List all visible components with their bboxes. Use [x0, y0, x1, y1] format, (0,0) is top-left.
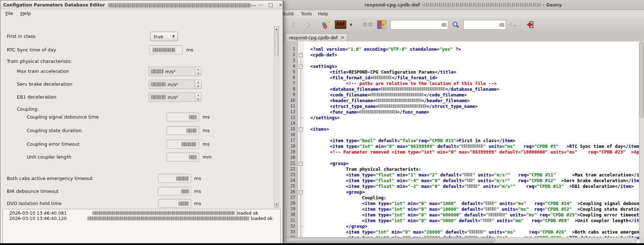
code-line-31[interactable]: <item type="int" min="0" max="5000" defa… [304, 218, 639, 224]
label-coupling-error-timeout: Coupling error timeout [27, 141, 80, 147]
code-line-8[interactable]: <database_filename></database_filename> [304, 86, 639, 92]
menu-help[interactable]: Help [316, 10, 331, 18]
entry-rtc-sync-time-of-day[interactable] [149, 45, 183, 54]
quit-icon[interactable] [525, 19, 537, 30]
color-chooser-icon[interactable] [376, 19, 387, 30]
search-input[interactable] [390, 20, 448, 30]
code-line-33[interactable]: <item type="int" min="0" max="20000" def… [304, 229, 639, 235]
code-line-28[interactable]: <item type="int" min="0" max="1000" defa… [304, 201, 639, 206]
toolbar-separator [318, 20, 319, 30]
code-line-14[interactable] [304, 121, 639, 126]
editor-vertical-scrollbar[interactable] [639, 41, 644, 237]
code-line-7[interactable]: <!-- paths are relative to the location … [304, 81, 639, 86]
code-line-16[interactable] [304, 132, 639, 138]
entry-coupling-error-timeout[interactable] [167, 140, 199, 149]
goto-line-input[interactable] [463, 20, 506, 30]
redacted-value [189, 115, 197, 119]
code-line-27[interactable]: Coupling: [304, 195, 639, 201]
fold-collapse-icon[interactable]: − [299, 128, 303, 131]
log-panel[interactable]: 2026-03-10 13:46:40.081loaded ok2026-03-… [3, 209, 281, 243]
spinbox-serv-brake-deceleration[interactable]: m/s²▲▼ [149, 80, 202, 89]
scroll-down-icon[interactable]: ▼ [274, 202, 279, 207]
geany-titlebar[interactable]: respond-cpg.cpdb-def - - Geany [282, 0, 644, 10]
code-line-12[interactable]: <func_name></func_name> [304, 109, 639, 115]
cpdb-titlebar[interactable]: Configation Parameters Database Editor .… [0, 0, 283, 10]
close-icon[interactable]: ✕ [277, 2, 283, 8]
back-icon[interactable]: ❮·· [289, 19, 300, 30]
code-line-26[interactable]: <group> [304, 189, 639, 195]
code-area[interactable]: <?xml version="1.0" encoding="UTF-8" sta… [304, 41, 639, 245]
jump-to-icon[interactable]: ⁖⌄ [507, 19, 518, 30]
entry-coupling-signal-debounce-time[interactable] [167, 112, 199, 121]
compile-icon[interactable] [320, 19, 332, 30]
editor-horizontal-scrollbar[interactable] [283, 237, 638, 243]
menu-tools[interactable]: Tools [299, 10, 314, 18]
hscroll-thumb[interactable] [284, 238, 495, 242]
maximize-icon[interactable] [267, 2, 274, 8]
code-line-3[interactable] [304, 58, 639, 64]
unit-coupling-error-timeout: ms [203, 141, 209, 147]
fold-collapse-icon[interactable]: − [299, 162, 303, 166]
code-line-21[interactable]: <group> [304, 161, 639, 166]
scroll-up-icon[interactable]: ▲ [274, 26, 279, 31]
code-line-30[interactable]: <item type="int" min="0" max="600000" de… [304, 212, 639, 218]
code-line-19[interactable]: <!-- Parameter removed <item type="int" … [304, 149, 639, 155]
spinbox-max-tram-acceleration[interactable]: m/s²▲▼ [149, 67, 202, 76]
label-rtc-sync-time-of-day: RTC Sync time of day [7, 47, 56, 52]
spinner-buttons[interactable]: ▲▼ [195, 67, 201, 76]
fold-collapse-icon[interactable]: − [299, 65, 303, 69]
code-line-2[interactable]: <cpdb-def> [304, 52, 639, 58]
code-line-24[interactable]: <item type="float" min="-4" max="0" defa… [304, 178, 639, 184]
fold-margin[interactable]: −−−−− [298, 41, 304, 245]
spinner-buttons[interactable]: ▲▼ [195, 80, 201, 89]
menu-build[interactable]: Build [282, 10, 296, 18]
clear-search-icon[interactable] [441, 23, 446, 27]
fold-collapse-icon[interactable]: − [299, 53, 303, 57]
form-vertical-scrollbar[interactable]: ▲ ▼ [274, 26, 279, 208]
entry-bir-debounce-timeout[interactable] [158, 187, 191, 196]
select-first-in-class[interactable]: true▼ [150, 32, 178, 41]
entry-coupling-state-duration[interactable] [167, 126, 199, 135]
code-line-20[interactable] [304, 155, 639, 161]
fold-collapse-icon[interactable]: − [299, 190, 303, 194]
code-line-4[interactable]: <settings> [304, 64, 639, 69]
tab-close-icon[interactable]: ✖ [341, 35, 344, 40]
code-line-10[interactable]: <header_filename></header_filename> [304, 98, 639, 104]
code-line-15[interactable]: <items> [304, 126, 639, 132]
code-line-29[interactable]: <item type="int" min="0" max="10000" def… [304, 206, 639, 212]
entry-dvd-isolation-hold-time[interactable] [158, 199, 191, 208]
minimize-icon[interactable]: — [257, 2, 264, 8]
code-line-13[interactable]: </settings> [304, 115, 639, 121]
build-icon[interactable] [335, 19, 347, 30]
preferences-gear-icon[interactable]: ⚙⚙ [362, 19, 374, 30]
code-line-17[interactable]: <item type="bool" default="false"req="CP… [304, 138, 639, 144]
line-number: 8 [283, 86, 295, 91]
tab-respond-cpg[interactable]: respond-cpg.cpdb-def ✖ [285, 33, 348, 42]
forward-icon[interactable]: ··❯ [302, 19, 313, 30]
code-line-5[interactable]: <title>RESPOND-CPG Configuration Params<… [304, 69, 639, 75]
code-line-32[interactable]: </group> [304, 224, 639, 229]
entry-unit-coupler-length[interactable] [167, 152, 199, 161]
spinner-buttons[interactable]: ▲▼ [195, 93, 201, 101]
code-editor[interactable]: 1234567891011121314151617181920212223242… [282, 41, 639, 245]
code-line-22[interactable]: Tram physical characterists: [304, 166, 639, 172]
line-number: 33 [283, 229, 295, 234]
label-unit-coupler-length: Unit coupler length [27, 154, 71, 160]
menu-help[interactable]: Help [19, 10, 33, 18]
code-line-9[interactable]: <code_filename></code_filename> [304, 92, 639, 98]
code-line-25[interactable]: <item type="float" min="-2" max="0" defa… [304, 184, 639, 189]
code-line-1[interactable]: <?xml version="1.0" encoding="UTF-8" sta… [304, 46, 639, 52]
redacted-value [470, 230, 483, 234]
scroll-thumb[interactable] [275, 32, 278, 56]
code-line-11[interactable]: <struct_type_name></struct_type_name> [304, 104, 639, 109]
code-line-18[interactable]: <item type="int" min="0" max="86399999" … [304, 144, 639, 149]
spinbox-eb1-deceleration[interactable]: m/s²▲▼ [149, 92, 202, 102]
geany-window: respond-cpg.cpdb-def - - Geany BuildTool… [282, 0, 644, 245]
build-dropdown-icon[interactable]: ▼ [348, 19, 354, 30]
code-line-23[interactable]: <item type="float" min="1" max="2" defau… [304, 172, 639, 178]
code-line-6[interactable]: <file_format_id></file_format_id> [304, 75, 639, 81]
menu-file[interactable]: File [4, 10, 15, 18]
clear-goto-icon[interactable] [499, 23, 504, 27]
search-icon[interactable] [450, 19, 461, 30]
entry-both-cabs-active-emergency-timeout[interactable] [158, 174, 191, 183]
